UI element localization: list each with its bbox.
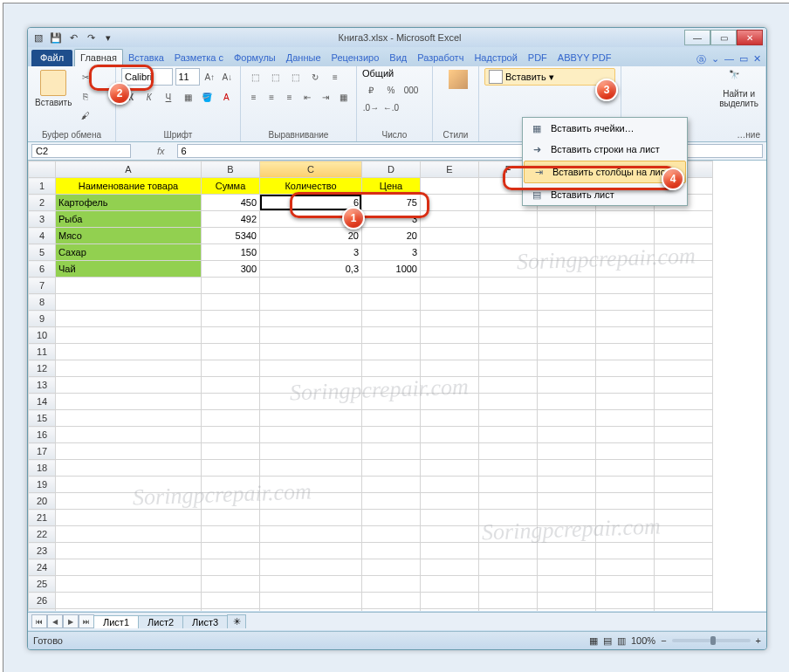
cell[interactable] [538,228,596,244]
cell[interactable] [202,278,260,294]
sheet-tab-1[interactable]: Лист1 [93,615,139,628]
cell[interactable] [421,294,479,311]
cell[interactable] [655,344,713,360]
cell[interactable] [202,559,260,576]
cell[interactable] [596,327,655,344]
cell[interactable]: 450 [202,195,260,211]
align-middle-icon[interactable]: ⬚ [266,68,284,86]
cell[interactable] [538,576,596,593]
zoom-in-button[interactable]: + [756,635,761,646]
cell[interactable] [596,576,655,593]
cell[interactable] [538,510,596,526]
borders-button[interactable]: ▦ [180,88,196,106]
view-pagebreak-icon[interactable]: ▥ [617,635,626,647]
zoom-out-button[interactable]: − [661,635,666,646]
cell[interactable] [56,278,202,294]
cell[interactable] [538,543,596,559]
cell[interactable] [538,410,596,427]
format-painter-icon[interactable]: 🖌 [77,106,94,124]
row-header-2[interactable]: 2 [29,195,56,211]
menu-insert-sheet[interactable]: ▤ Вставить лист [523,184,687,205]
cell[interactable] [260,493,362,510]
cell[interactable] [421,427,479,443]
currency-icon[interactable]: ₽ [362,81,380,99]
cell[interactable] [655,278,713,294]
row-header-27[interactable]: 27 [29,609,56,612]
cell[interactable] [538,311,596,327]
cell[interactable] [596,377,655,394]
worksheet-grid[interactable]: ABCDEFGHI1 Наименование товара Сумма Кол… [28,161,766,611]
cell[interactable] [202,360,260,377]
cell[interactable] [655,593,713,609]
copy-icon[interactable]: ⎘ [77,87,94,105]
cell[interactable] [362,493,421,510]
cell[interactable]: Сумма [202,178,260,195]
cell[interactable] [362,477,421,493]
cell[interactable] [56,493,202,510]
cell[interactable] [421,195,479,211]
cell[interactable] [479,576,538,593]
cell[interactable] [421,211,479,228]
cell[interactable] [596,609,655,612]
cell[interactable] [202,427,260,443]
menu-insert-rows[interactable]: ➜ Вставить строки на лист [523,139,687,160]
menu-insert-cells[interactable]: ▦ Вставить ячейки… [523,118,687,139]
cell[interactable] [56,377,202,394]
cell[interactable] [260,477,362,493]
row-header-18[interactable]: 18 [29,460,56,477]
row-header-6[interactable]: 6 [29,261,56,278]
ribbon-help-icon[interactable]: ⓐ [696,53,706,66]
cell[interactable] [538,443,596,460]
cell[interactable] [479,460,538,477]
cell[interactable] [202,311,260,327]
sheet-nav-prev[interactable]: ◀ [47,614,63,628]
cell[interactable] [596,311,655,327]
cell[interactable] [362,410,421,427]
indent-inc-icon[interactable]: ⇥ [318,88,333,106]
cell[interactable] [202,294,260,311]
cell[interactable] [421,443,479,460]
cell[interactable] [421,360,479,377]
cell[interactable] [596,559,655,576]
cell[interactable] [655,609,713,612]
cell[interactable] [362,460,421,477]
name-box[interactable]: C2 [31,144,131,158]
cell[interactable] [202,576,260,593]
cell[interactable] [421,377,479,394]
cell[interactable] [479,394,538,410]
number-format-select[interactable]: Общий [362,68,413,79]
tab-data[interactable]: Данные [281,50,326,66]
cell[interactable]: 20 [362,228,421,244]
cell[interactable]: 150 [202,244,260,261]
cell[interactable]: Цена [362,178,421,195]
percent-icon[interactable]: % [382,81,400,99]
cell[interactable]: Количество [260,178,362,195]
cell[interactable] [655,477,713,493]
cell[interactable] [56,593,202,609]
cell[interactable] [479,510,538,526]
align-left-icon[interactable]: ≡ [246,88,262,106]
row-header-7[interactable]: 7 [29,278,56,294]
cell[interactable] [362,294,421,311]
tab-abbyy[interactable]: ABBYY PDF [552,50,617,66]
cell[interactable] [56,427,202,443]
cell[interactable] [260,460,362,477]
cell[interactable] [655,510,713,526]
cell[interactable] [538,377,596,394]
cut-icon[interactable]: ✂ [77,68,94,86]
cell[interactable] [655,559,713,576]
row-header-12[interactable]: 12 [29,360,56,377]
minimize-button[interactable]: — [684,30,710,45]
cell[interactable] [421,477,479,493]
cell[interactable] [56,609,202,612]
paste-button[interactable]: Вставить [33,68,73,124]
col-header-A[interactable]: A [56,161,202,178]
cell[interactable] [421,228,479,244]
cell[interactable] [56,294,202,311]
cell[interactable] [538,244,596,261]
cell[interactable] [596,427,655,443]
decimal-dec-icon[interactable]: ←.0 [382,99,400,116]
cell[interactable]: 0,3 [260,261,362,278]
undo-icon[interactable]: ↶ [66,31,80,45]
cell[interactable] [56,510,202,526]
